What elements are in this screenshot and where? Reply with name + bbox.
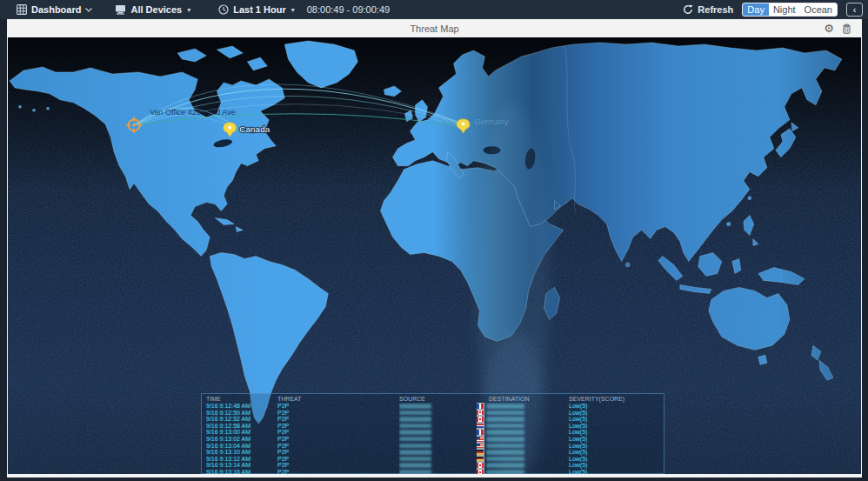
col-destination: DESTINATION	[477, 395, 569, 403]
cell-severity: Low(5)	[569, 456, 664, 463]
cell-severity: Low(5)	[569, 449, 664, 456]
canada-pin-label: Canada	[239, 124, 270, 134]
cell-destination	[477, 449, 569, 456]
cell-source	[399, 410, 477, 417]
cell-threat: P2P	[277, 410, 399, 417]
cell-threat: P2P	[277, 436, 399, 443]
threat-table-row: 9/16 9:13:16 AM P2P Low(5)	[202, 469, 664, 474]
threat-table-row: 9/16 9:13:02 AM P2P Low(5)	[202, 436, 664, 443]
destination-flag-icon	[477, 437, 484, 442]
cell-destination	[477, 403, 569, 410]
redacted-source-value	[399, 430, 431, 435]
cell-threat: P2P	[277, 429, 399, 436]
cell-severity: Low(5)	[569, 429, 664, 436]
cell-severity: Low(5)	[569, 410, 664, 417]
cell-source	[399, 416, 477, 423]
cell-time: 9/16 9:13:16 AM	[206, 469, 277, 474]
col-threat: THREAT	[277, 395, 399, 403]
cell-threat: P2P	[277, 449, 399, 456]
collapse-button[interactable]: ‹	[846, 3, 863, 17]
refresh-icon	[683, 4, 693, 15]
destination-flag-icon	[477, 457, 484, 462]
refresh-label: Refresh	[698, 4, 733, 15]
theme-option-night[interactable]: Night	[769, 3, 800, 16]
germany-pin-label: Germany	[475, 117, 509, 126]
grid-icon	[17, 4, 27, 15]
cell-source	[399, 456, 477, 463]
cell-severity: Low(5)	[569, 443, 664, 450]
caret-down-icon: ▾	[187, 6, 190, 14]
cell-severity: Low(5)	[569, 436, 664, 443]
destination-flag-icon	[477, 430, 484, 435]
theme-option-ocean[interactable]: Ocean	[800, 3, 837, 16]
cell-destination	[477, 436, 569, 443]
caret-down-icon: ▾	[291, 6, 295, 14]
cell-time: 9/16 9:13:14 AM	[206, 462, 277, 469]
widget-title: Threat Map	[7, 23, 862, 34]
cell-time: 9/16 9:12:58 AM	[206, 423, 277, 430]
redacted-destination-value	[486, 437, 524, 442]
threat-table-row: 9/16 9:13:14 AM P2P Low(5)	[202, 462, 664, 469]
col-source: SOURCE	[399, 395, 477, 403]
cell-time: 9/16 9:13:00 AM	[206, 429, 277, 436]
clock-icon	[218, 4, 229, 15]
cell-source	[399, 429, 477, 436]
threat-table-header: TIME THREAT SOURCE DESTINATION SEVERITY(…	[202, 395, 664, 403]
cell-source	[399, 469, 477, 474]
theme-option-day[interactable]: Day	[743, 3, 769, 16]
threat-table-row: 9/16 9:12:52 AM P2P Low(5)	[202, 416, 664, 423]
cell-time: 9/16 9:13:04 AM	[206, 443, 277, 450]
cell-source	[399, 436, 477, 443]
destination-flag-icon	[477, 463, 484, 468]
widget-header: Threat Map ⚙	[7, 19, 862, 37]
redacted-source-value	[399, 424, 431, 429]
threat-table: TIME THREAT SOURCE DESTINATION SEVERITY(…	[201, 393, 664, 474]
cell-destination	[477, 469, 569, 474]
threat-table-row: 9/16 9:13:04 AM P2P Low(5)	[202, 443, 664, 450]
threat-map: Van Office 4260 2nd Ave Canada Germany T…	[8, 37, 861, 474]
cell-destination	[477, 429, 569, 436]
cell-destination	[477, 443, 569, 450]
cell-severity: Low(5)	[569, 403, 664, 410]
redacted-destination-value	[486, 417, 524, 422]
cell-time: 9/16 9:12:52 AM	[206, 416, 277, 423]
threat-map-widget: Threat Map ⚙	[7, 19, 862, 478]
dashboard-menu[interactable]: Dashboard	[17, 4, 92, 15]
theme-switcher: Day Night Ocean	[742, 3, 838, 17]
redacted-source-value	[399, 437, 431, 442]
monitor-icon	[115, 4, 126, 15]
cell-time: 9/16 9:12:50 AM	[206, 410, 277, 417]
dashboard-label: Dashboard	[31, 4, 81, 15]
redacted-source-value	[399, 463, 431, 468]
cell-threat: P2P	[277, 403, 399, 410]
trash-icon[interactable]	[842, 23, 851, 34]
cell-source	[399, 403, 477, 410]
redacted-source-value	[399, 444, 431, 449]
cell-time: 9/16 9:13:02 AM	[206, 436, 277, 443]
devices-label: All Devices	[130, 4, 182, 15]
refresh-button[interactable]: Refresh	[683, 4, 733, 15]
redacted-source-value	[399, 470, 431, 474]
cell-threat: P2P	[277, 443, 399, 450]
threat-table-row: 9/16 9:13:10 AM P2P Low(5)	[202, 449, 664, 456]
chevron-down-icon	[85, 8, 92, 12]
device-marker-label: Van Office 4260 2nd Ave	[150, 108, 236, 117]
cell-threat: P2P	[277, 423, 399, 430]
redacted-destination-value	[486, 444, 524, 449]
gear-icon[interactable]: ⚙	[824, 23, 834, 34]
redacted-destination-value	[486, 450, 524, 455]
cell-source	[399, 443, 477, 450]
cell-threat: P2P	[277, 416, 399, 423]
redacted-destination-value	[486, 411, 524, 416]
destination-flag-icon	[477, 470, 484, 474]
destination-flag-icon	[477, 424, 484, 429]
time-range-dropdown[interactable]: Last 1 Hour ▾	[218, 4, 295, 15]
destination-flag-icon	[477, 404, 484, 409]
cell-destination	[477, 423, 569, 430]
redacted-source-value	[399, 404, 431, 409]
cell-destination	[477, 456, 569, 463]
devices-dropdown[interactable]: All Devices ▾	[115, 4, 190, 15]
cell-threat: P2P	[277, 469, 399, 474]
redacted-source-value	[399, 411, 431, 416]
col-time: TIME	[206, 395, 277, 403]
